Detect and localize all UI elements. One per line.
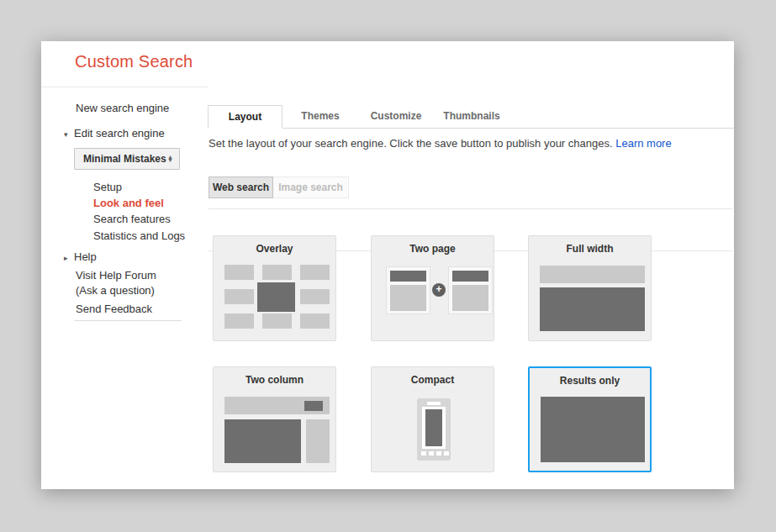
layout-card-title: Results only <box>530 375 650 387</box>
layout-card-overlay[interactable]: Overlay <box>213 235 336 341</box>
sidebar-item-new-search-engine[interactable]: New search engine <box>76 102 169 114</box>
layout-card-title: Overlay <box>214 243 335 255</box>
layout-card-title: Two page <box>372 243 494 255</box>
sidebar-item-look-and-feel[interactable]: Look and feel <box>93 197 164 209</box>
sidebar-item-edit-search-engine[interactable]: ▾Edit search engine <box>64 127 165 140</box>
layout-card-title: Compact <box>372 374 494 386</box>
engine-select[interactable]: Minimal Mistakes ▲▼ <box>74 148 180 170</box>
sidebar-item-setup[interactable]: Setup <box>93 181 122 193</box>
sidebar-item-help[interactable]: ▸Help <box>64 250 97 263</box>
layout-card-two-column[interactable]: Two column <box>213 366 336 472</box>
desktop-background: { "header": { "title": "Custom Search" }… <box>0 0 776 532</box>
link-visit-help-forum[interactable]: Visit Help Forum <box>76 269 156 282</box>
link-ask-a-question[interactable]: (Ask a question) <box>76 284 155 297</box>
chevron-down-icon: ▾ <box>64 130 74 139</box>
layout-card-two-page[interactable]: Two page + <box>371 235 494 341</box>
custom-search-window: Custom Search New search engine ▾Edit se… <box>41 41 734 489</box>
select-spinner-icon: ▲▼ <box>167 155 173 162</box>
sidebar-divider <box>74 320 182 321</box>
sidebar-item-statistics-and-logs[interactable]: Statistics and Logs <box>93 229 185 242</box>
main-content: Layout Themes Customize Thumbnails Set t… <box>208 87 734 489</box>
layout-card-compact[interactable]: Compact <box>371 366 494 472</box>
layout-card-full-width[interactable]: Full width <box>528 235 652 341</box>
link-send-feedback[interactable]: Send Feedback <box>76 303 152 315</box>
sidebar-item-search-features[interactable]: Search features <box>93 213 171 225</box>
engine-select-value: Minimal Mistakes <box>83 153 166 165</box>
layout-card-results-only[interactable]: Results only <box>528 366 652 472</box>
layout-card-title: Two column <box>214 374 335 386</box>
add-circle-icon: + <box>432 283 446 297</box>
page-title: Custom Search <box>75 52 193 71</box>
app-header: Custom Search <box>41 41 734 87</box>
layout-card-title: Full width <box>529 243 651 255</box>
layout-options-grid: Overlay Two page <box>208 87 734 489</box>
chevron-right-icon: ▸ <box>64 254 74 262</box>
